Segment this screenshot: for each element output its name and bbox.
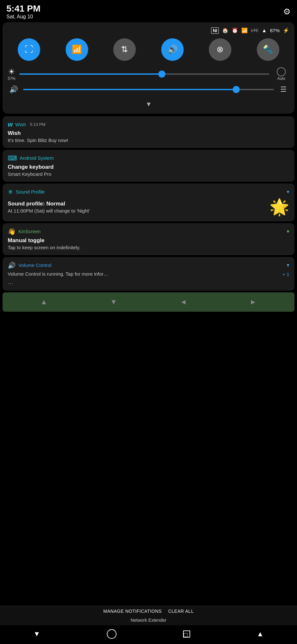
bottom-bar: MANAGE NOTIFICATIONS CLEAR ALL Network E… (0, 606, 297, 644)
status-icons-row: NI 🏠 ⏰ 📶 LTE ▲ 87% ⚡ (8, 27, 289, 34)
manage-notifications-button[interactable]: MANAGE NOTIFICATIONS (103, 609, 162, 614)
status-icons-right: ⚙ (283, 7, 291, 17)
volume-ctrl-chevron-icon: ▾ (287, 262, 289, 268)
notification-kinscreen[interactable]: 👋 KinScreen ▾ Manual toggle Tap to keep … (3, 223, 294, 255)
wifi-icon: 📶 (241, 27, 248, 33)
wish-title: Wish (8, 130, 289, 137)
quick-toggles-row: ⛶ 📶 ⇅ 🔊 ⊗ 🔦 (8, 38, 289, 61)
wifi-toggle-icon: 📶 (72, 44, 82, 54)
brightness-percent: 57% (8, 76, 15, 81)
android-app-icon: ⌨ (8, 154, 17, 162)
sound-app-name: Sound Profile (16, 189, 45, 194)
sound-app-icon: ✳ (8, 188, 13, 196)
nfc-icon: NI (211, 27, 219, 34)
volume-thumb[interactable] (233, 86, 240, 93)
launcher-button[interactable]: ▲ (257, 630, 264, 638)
android-app-name: Android System (20, 155, 54, 161)
volume-icon: 🔊 (8, 85, 19, 94)
sun-icon: 🌟 (269, 198, 289, 216)
android-body: Smart Keyboard Pro (8, 171, 289, 177)
volume-ctrl-content-row: Volume Control is running. Tap for more … (8, 271, 289, 278)
battery-text: 87% (270, 28, 280, 33)
flashlight-toggle[interactable]: 🔦 (257, 38, 279, 61)
screen-record-toggle[interactable]: ⛶ (18, 38, 40, 61)
notification-volume-control[interactable]: 🔊 Volume Control ▾ Volume Control is run… (3, 257, 294, 290)
lte-icon: LTE (251, 28, 258, 33)
kin-app-icon: 👋 (8, 228, 16, 235)
volume-settings-icon[interactable]: ☰ (278, 85, 289, 94)
brightness-icon: ☀ (8, 67, 15, 76)
notification-wish[interactable]: w Wish 5:13 PM Wish It's time. Spin Blit… (3, 116, 294, 148)
sound-chevron-icon: ▾ (287, 189, 289, 195)
wish-app-name: Wish (15, 122, 26, 127)
wifi-toggle[interactable]: 📶 (66, 38, 88, 61)
wish-time: 5:13 PM (30, 122, 45, 127)
home-button[interactable] (107, 629, 116, 639)
app-background-area: ▲ ▼ ◄ ► (3, 292, 294, 312)
sound-content-row: Sound profile: Normal At 11:00PM (Sat) w… (8, 198, 289, 216)
app-arrow-left-icon: ◄ (180, 298, 187, 306)
data-transfer-icon: ⇅ (121, 44, 128, 54)
volume-slider-row: 🔊 ☰ (8, 85, 289, 94)
brightness-slider[interactable] (19, 71, 269, 77)
battery-charge-icon: ⚡ (283, 27, 289, 33)
volume-ctrl-extra: + 1 (283, 271, 289, 277)
volume-ellipsis: … (8, 279, 289, 286)
expand-row: ▾ (8, 98, 289, 109)
sound-title: Sound profile: Normal (8, 201, 90, 207)
wish-header: w Wish 5:13 PM (8, 121, 289, 128)
data-transfer-toggle[interactable]: ⇅ (113, 38, 136, 61)
volume-track (23, 89, 274, 90)
kin-body: Tap to keep screen on indefinitely. (8, 245, 289, 250)
time-display: 5:41 PM (6, 4, 41, 14)
recents-button[interactable]: □ (183, 630, 190, 638)
no-disturb-toggle[interactable]: ⊗ (209, 38, 231, 61)
quick-settings-panel: NI 🏠 ⏰ 📶 LTE ▲ 87% ⚡ ⛶ 📶 ⇅ 🔊 ⊗ 🔦 ☀ (3, 22, 294, 114)
settings-icon[interactable]: ⚙ (283, 7, 291, 17)
back-button[interactable]: ▼ (33, 630, 40, 638)
date-display: Sat, Aug 10 (6, 14, 41, 20)
screen-record-icon: ⛶ (25, 44, 33, 54)
brightness-slider-row: ☀ 57% Auto (8, 67, 289, 81)
alarm-icon: ⏰ (232, 27, 238, 33)
volume-ctrl-title: Volume Control is running. Tap for more … (8, 271, 283, 277)
no-disturb-icon: ⊗ (217, 44, 224, 54)
sound-body: At 11:00PM (Sat) will change to 'Night' (8, 208, 90, 213)
volume-ctrl-icon: 🔊 (8, 261, 16, 269)
volume-toggle[interactable]: 🔊 (161, 38, 184, 61)
android-header: ⌨ Android System (8, 154, 289, 162)
signal-icon: ▲ (262, 28, 267, 33)
wish-body: It's time. Spin Blitz Buy now! (8, 137, 289, 143)
app-arrow-down-icon: ▼ (110, 298, 117, 306)
wish-app-icon: w (8, 121, 13, 128)
kin-chevron-icon: ▾ (287, 228, 289, 234)
clear-all-button[interactable]: CLEAR ALL (168, 609, 194, 614)
auto-brightness-circle[interactable] (277, 67, 286, 76)
app-arrow-up-icon: ▲ (40, 298, 47, 306)
notification-sound-profile[interactable]: ✳ Sound Profile ▾ Sound profile: Normal … (3, 184, 294, 221)
home-icon: 🏠 (222, 27, 228, 33)
notification-android-system[interactable]: ⌨ Android System Change keyboard Smart K… (3, 150, 294, 182)
network-extender-label: Network Extender (0, 616, 297, 625)
android-title: Change keyboard (8, 164, 289, 170)
sound-header: ✳ Sound Profile ▾ (8, 188, 289, 196)
kin-header: 👋 KinScreen ▾ (8, 228, 289, 235)
kin-app-name: KinScreen (18, 229, 41, 234)
bottom-actions: MANAGE NOTIFICATIONS CLEAR ALL (0, 606, 297, 616)
volume-ctrl-app-name: Volume Control (18, 262, 51, 268)
volume-slider[interactable] (23, 86, 274, 93)
kin-title: Manual toggle (8, 237, 289, 244)
navigation-bar: ▼ □ ▲ (0, 625, 297, 644)
status-bar: 5:41 PM Sat, Aug 10 ⚙ (0, 0, 297, 22)
volume-header: 🔊 Volume Control ▾ (8, 261, 289, 269)
auto-label: Auto (277, 76, 285, 81)
brightness-track (19, 73, 269, 75)
volume-toggle-icon: 🔊 (167, 44, 178, 54)
app-arrow-right-icon: ► (250, 298, 257, 306)
flashlight-icon: 🔦 (263, 44, 273, 54)
chevron-down-icon[interactable]: ▾ (147, 99, 151, 109)
status-time: 5:41 PM Sat, Aug 10 (6, 4, 41, 20)
brightness-thumb[interactable] (158, 71, 165, 78)
